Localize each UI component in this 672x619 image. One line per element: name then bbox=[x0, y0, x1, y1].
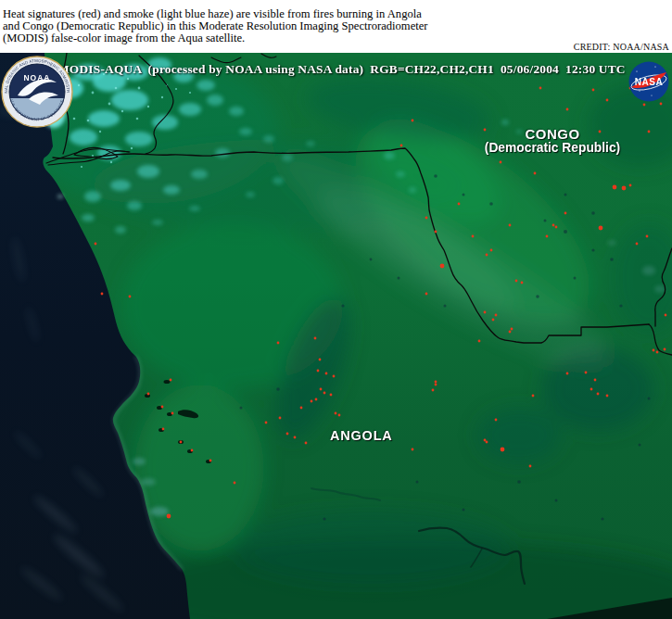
page: { "header": { "lines": [ "Heat signature… bbox=[0, 0, 672, 619]
caption-line: (MODIS) false-color image from the Aqua … bbox=[3, 32, 428, 44]
modis-satellite-map: MODIS-AQUA (processed by NOAA using NASA… bbox=[0, 53, 672, 619]
label-congo-name: CONGO bbox=[443, 128, 662, 142]
nasa-logo: NASA bbox=[628, 60, 670, 103]
caption-text: Heat signatures (red) and smoke (light b… bbox=[3, 8, 428, 45]
noaa-logo: NOAA NATIONAL OCEANIC AND ATMOSPHERIC AD… bbox=[1, 55, 73, 128]
image-title: MODIS-AQUA (processed by NOAA using NASA… bbox=[57, 62, 626, 77]
label-congo: CONGO (Democratic Republic) bbox=[443, 128, 662, 155]
label-angola: ANGOLA bbox=[330, 428, 393, 443]
credit-text: CREDIT: NOAA/NASA bbox=[574, 42, 669, 52]
nasa-logo-text: NASA bbox=[635, 77, 664, 87]
label-congo-subtitle: (Democratic Republic) bbox=[443, 142, 662, 156]
noaa-logo-text: NOAA bbox=[23, 73, 50, 82]
caption-header: Heat signatures (red) and smoke (light b… bbox=[0, 0, 672, 53]
